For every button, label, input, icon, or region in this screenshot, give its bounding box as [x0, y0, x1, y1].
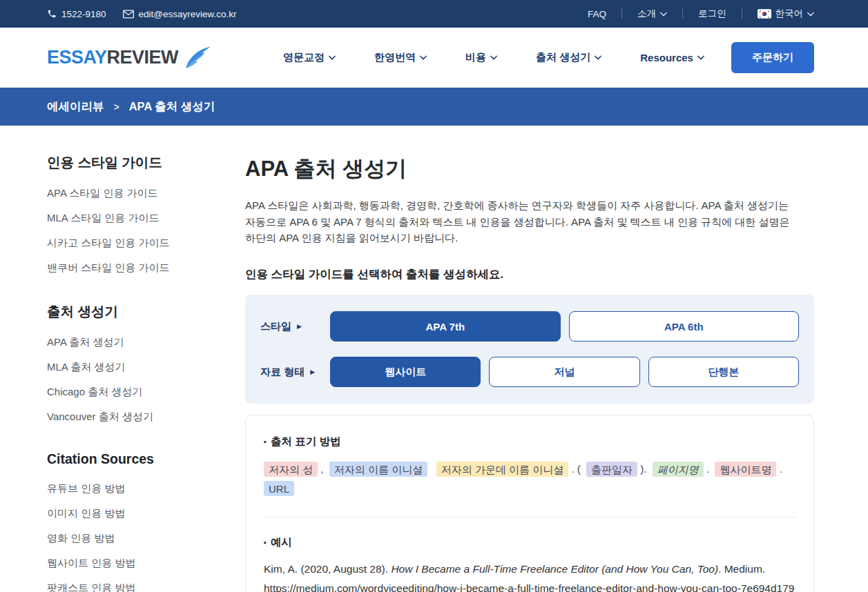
format-tag: URL	[264, 481, 294, 496]
login-link[interactable]: 로그인	[698, 8, 726, 20]
sidebar-link[interactable]: 팟캐스트 인용 방법	[47, 582, 214, 592]
nav-menu-item[interactable]: 한영번역	[374, 51, 427, 64]
sidebar-group-title: 출처 생성기	[47, 302, 214, 321]
arrow-right-icon: ▶	[297, 323, 302, 330]
example-url: https://medium.com/wordviceediting/how-i…	[264, 582, 794, 592]
about-menu[interactable]: 소개	[637, 8, 667, 20]
format-token: 출판일자 ).	[586, 462, 650, 477]
example-citation: Kim, A. (2020, August 28). How I Became …	[264, 560, 795, 592]
format-tag: 웹사이트명	[715, 462, 776, 477]
source-type-selector-row: 자료 형태 ▶ 웹사이트 저널 단행본	[260, 357, 799, 387]
divider	[621, 9, 622, 19]
breadcrumb: 에세이리뷰 > APA 출처 생성기	[0, 88, 868, 126]
nav-menu-item[interactable]: 비용	[465, 51, 497, 64]
source-type-option-button[interactable]: 단행본	[648, 357, 799, 387]
format-tag: 저자의 성	[264, 462, 318, 477]
format-token: 저자의 성 ,	[264, 462, 327, 477]
sidebar-link[interactable]: APA 출처 생성기	[47, 336, 214, 349]
korea-flag-icon	[758, 9, 771, 19]
sidebar-link[interactable]: MLA 출처 생성기	[47, 361, 214, 374]
format-tag: 출판일자	[586, 462, 637, 477]
language-menu[interactable]: 한국어	[758, 8, 815, 20]
email-address: edit@essayreview.co.kr	[139, 9, 237, 19]
chevron-down-icon	[697, 55, 704, 60]
sidebar-link[interactable]: 밴쿠버 스타일 인용 가이드	[47, 262, 214, 275]
chevron-down-icon	[807, 12, 814, 17]
format-tag: 저자의 가운데 이름 이니셜	[436, 462, 569, 477]
format-token: 저자의 가운데 이름 이니셜 . (	[436, 462, 584, 477]
style-option-button[interactable]: APA 6th	[569, 311, 800, 342]
format-token: URL	[264, 481, 294, 496]
faq-link[interactable]: FAQ	[588, 9, 606, 19]
page-description: APA 스타일은 사회과학, 행동과학, 경영학, 간호학에 종사하는 연구자와…	[245, 197, 798, 246]
chevron-down-icon	[595, 55, 601, 60]
email-contact[interactable]: edit@essayreview.co.kr	[123, 9, 237, 19]
style-label: 스타일 ▶	[260, 320, 330, 333]
chevron-down-icon	[490, 55, 497, 60]
essayreview-logo[interactable]: ESSAYREVIEW	[47, 46, 211, 70]
order-button[interactable]: 주문하기	[731, 42, 814, 73]
source-type-option-button[interactable]: 웹사이트	[330, 357, 481, 387]
citation-selector-panel: 스타일 ▶ APA 7th APA 6th 자료 형태 ▶	[245, 295, 814, 404]
envelope-icon	[123, 10, 134, 19]
style-selector-row: 스타일 ▶ APA 7th APA 6th	[260, 311, 799, 342]
sidebar-group-citation-style-guides: 인용 스타일 가이드 APA 스타일 인용 가이드MLA 스타일 인용 가이드시…	[47, 153, 214, 275]
example-title-italic: How I Became a Full-Time Freelance Edito…	[391, 563, 718, 575]
divider	[682, 9, 683, 19]
sidebar-link[interactable]: Chicago 출처 생성기	[47, 386, 214, 399]
sidebar-link[interactable]: APA 스타일 인용 가이드	[47, 187, 214, 200]
citation-result-card: 출처 표기 방법 저자의 성 , 저자의 이름 이니셜 저자의 가운데 이름 이…	[245, 415, 814, 592]
format-heading: 출처 표기 방법	[264, 435, 795, 449]
sidebar-link[interactable]: 시카고 스타일 인용 가이드	[47, 237, 214, 250]
feather-logo-icon	[184, 46, 211, 70]
format-token: 페이지명 .	[653, 462, 713, 477]
style-option-button[interactable]: APA 7th	[330, 311, 561, 342]
format-token: 저자의 이름 이니셜	[329, 462, 434, 477]
sidebar-link[interactable]: Vancouver 출처 생성기	[47, 411, 214, 424]
select-prompt: 인용 스타일 가이드를 선택하여 출처를 생성하세요.	[245, 267, 814, 282]
sidebar: 인용 스타일 가이드 APA 스타일 인용 가이드MLA 스타일 인용 가이드시…	[47, 126, 214, 592]
citation-format-line: 저자의 성 , 저자의 이름 이니셜 저자의 가운데 이름 이니셜 . ( 출판…	[264, 460, 795, 499]
page-title: APA 출처 생성기	[245, 155, 814, 184]
phone-contact[interactable]: 1522-9180	[47, 9, 106, 19]
sidebar-link[interactable]: 이미지 인용 방법	[47, 507, 214, 520]
site-header: ESSAYREVIEW 영문교정 한영번역	[0, 28, 868, 88]
sidebar-link[interactable]: MLA 스타일 인용 가이드	[47, 212, 214, 225]
sidebar-link[interactable]: 영화 인용 방법	[47, 532, 214, 545]
sidebar-group-citation-generators: 출처 생성기 APA 출처 생성기MLA 출처 생성기Chicago 출처 생성…	[47, 302, 214, 424]
main-nav: 영문교정 한영번역 비용 출처 생성기	[283, 51, 704, 64]
format-token: 웹사이트명 .	[715, 462, 785, 477]
divider	[264, 517, 795, 517]
example-heading: 예시	[264, 535, 795, 550]
sidebar-group-title: 인용 스타일 가이드	[47, 153, 214, 172]
sidebar-link[interactable]: 웹사이트 인용 방법	[47, 557, 214, 570]
sidebar-group-title: Citation Sources	[47, 451, 214, 467]
divider	[742, 9, 742, 19]
arrow-right-icon: ▶	[310, 368, 315, 375]
nav-menu-item[interactable]: 출처 생성기	[536, 51, 601, 64]
chevron-down-icon	[420, 55, 427, 60]
breadcrumb-home[interactable]: 에세이리뷰	[47, 99, 104, 115]
phone-icon	[47, 9, 57, 19]
format-tag: 저자의 이름 이니셜	[329, 462, 427, 477]
breadcrumb-separator-icon: >	[114, 101, 119, 112]
chevron-down-icon	[660, 12, 667, 17]
source-type-label: 자료 형태 ▶	[260, 366, 330, 379]
logo-text-review: REVIEW	[107, 47, 179, 68]
sidebar-group-citation-sources: Citation Sources 유튜브 인용 방법이미지 인용 방법영화 인용…	[47, 451, 214, 592]
main-content: APA 출처 생성기 APA 스타일은 사회과학, 행동과학, 경영학, 간호학…	[214, 126, 814, 592]
format-tag: 페이지명	[653, 462, 704, 477]
nav-menu-item[interactable]: 영문교정	[283, 51, 336, 64]
nav-menu-item[interactable]: Resources	[640, 51, 704, 64]
chevron-down-icon	[329, 55, 336, 60]
top-utility-bar: 1522-9180 edit@essayreview.co.kr FAQ 소개 …	[0, 0, 868, 28]
phone-number: 1522-9180	[61, 9, 106, 19]
logo-text-essay: ESSAY	[47, 47, 107, 68]
sidebar-link[interactable]: 유튜브 인용 방법	[47, 482, 214, 495]
breadcrumb-current: APA 출처 생성기	[129, 99, 215, 115]
source-type-option-button[interactable]: 저널	[489, 357, 639, 387]
